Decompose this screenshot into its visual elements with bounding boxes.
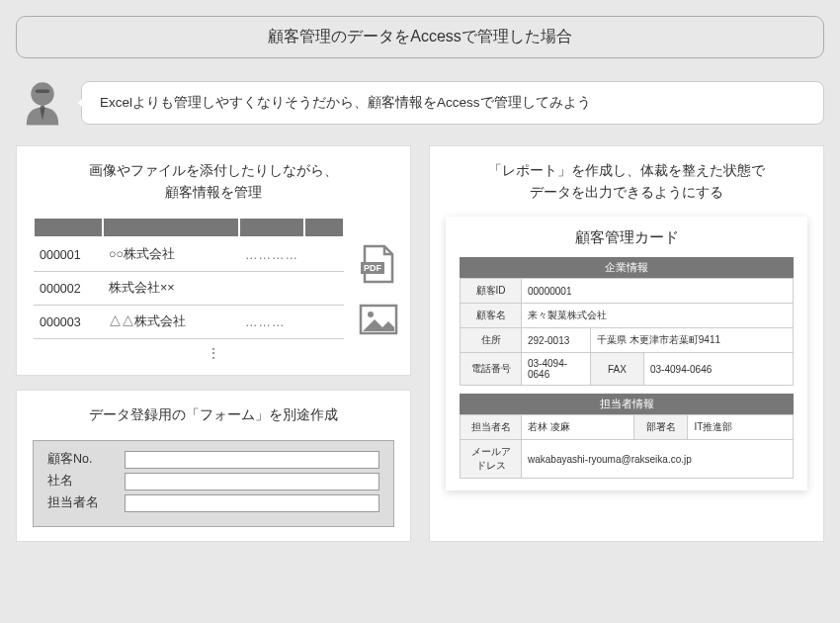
customer-no-input[interactable] [125, 451, 379, 469]
svg-rect-2 [41, 106, 44, 109]
table-row: 000001○○株式会社………… [34, 237, 344, 272]
pdf-file-icon: PDF [357, 242, 400, 286]
company-name-input[interactable] [125, 473, 379, 490]
panel-report-title: 「レポート」を作成し、体裁を整えた状態で データを出力できるようにする [446, 160, 807, 203]
section-header-company: 企業情報 [460, 257, 794, 278]
form-label: 顧客No. [47, 451, 125, 468]
panel-report: 「レポート」を作成し、体裁を整えた状態で データを出力できるようにする 顧客管理… [429, 145, 824, 542]
svg-text:PDF: PDF [364, 263, 382, 273]
form-row: 担当者名 [47, 494, 379, 512]
contact-info-table: 担当者名若林 凌麻部署名IT推進部 メールアドレスwakabayashi-ryo… [460, 414, 794, 479]
form-label: 担当者名 [47, 494, 125, 511]
speech-row: Excelよりも管理しやすくなりそうだから、顧客情報をAccessで管理してみよ… [16, 76, 824, 130]
form-row: 顧客No. [47, 451, 379, 469]
page-title: 顧客管理のデータをAccessで管理した場合 [16, 16, 824, 58]
table-row: 000003△△株式会社……… [34, 306, 344, 339]
table-row: 000002株式会社×× [34, 272, 344, 306]
form-box: 顧客No. 社名 担当者名 [33, 440, 394, 527]
report-card: 顧客管理カード 企業情報 顧客ID00000001 顧客名来々製菓株式会社 住所… [446, 217, 807, 490]
panel-form: データ登録用の「フォーム」を別途作成 顧客No. 社名 担当者名 [16, 390, 411, 542]
contact-name-input[interactable] [125, 494, 379, 512]
panel-form-title: データ登録用の「フォーム」を別途作成 [33, 404, 394, 426]
form-label: 社名 [47, 473, 125, 490]
svg-point-6 [368, 312, 374, 317]
form-row: 社名 [47, 473, 379, 490]
report-card-title: 顧客管理カード [460, 228, 794, 247]
image-file-icon [357, 298, 400, 341]
panel-attachments: 画像やファイルを添付したりしながら、 顧客情報を管理 000001○○株式会社…… [16, 145, 411, 376]
svg-point-0 [31, 82, 53, 105]
person-avatar-icon [16, 76, 69, 130]
section-header-contact: 担当者情報 [460, 394, 794, 414]
panel-attachments-title: 画像やファイルを添付したりしながら、 顧客情報を管理 [33, 160, 394, 203]
svg-rect-1 [36, 90, 49, 94]
speech-bubble: Excelよりも管理しやすくなりそうだから、顧客情報をAccessで管理してみよ… [81, 81, 824, 125]
customer-mini-table: 000001○○株式会社………… 000002株式会社×× 000003△△株式… [33, 217, 345, 339]
company-info-table: 顧客ID00000001 顧客名来々製菓株式会社 住所292-0013千葉県 木… [460, 278, 794, 386]
vertical-dots-icon: ⋮ [33, 345, 394, 361]
